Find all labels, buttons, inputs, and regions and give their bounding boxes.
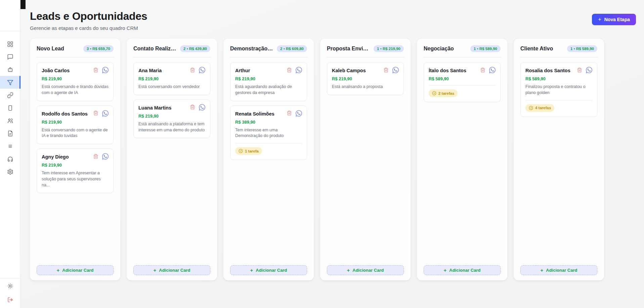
lead-name: Renata Solimões: [235, 111, 274, 117]
scrollbar-thumb[interactable]: [20, 0, 26, 9]
lead-value: R$ 219,90: [42, 120, 109, 125]
lead-card[interactable]: Rosalia dos Santos R$ 589,90 Finalizou p…: [520, 62, 597, 117]
whatsapp-button[interactable]: [489, 67, 496, 73]
lead-description: Está analisando a proposta: [332, 84, 399, 90]
sidebar-item-list[interactable]: [0, 140, 20, 152]
lead-card-actions: [93, 67, 109, 73]
chat-icon: [7, 54, 13, 60]
column-divider: [133, 57, 211, 57]
theme-toggle-button[interactable]: [7, 283, 13, 289]
lead-card[interactable]: João Carlos R$ 219,90 Está conversando e…: [37, 62, 114, 101]
trash-icon: [287, 111, 292, 116]
add-card-button[interactable]: + Adicionar Card: [230, 265, 307, 275]
delete-lead-button[interactable]: [93, 154, 98, 159]
new-stage-button[interactable]: + Nova Etapa: [592, 14, 636, 25]
add-card-label: Adicionar Card: [449, 268, 480, 273]
column-cards: Ítalo dos Santos R$ 589,90 2 tarefas: [424, 62, 501, 102]
column-title: Demonstração / T...: [230, 46, 274, 52]
sidebar-item-support[interactable]: [0, 152, 20, 165]
lead-card[interactable]: Ana Maria R$ 219,90 Está conversando com…: [133, 62, 210, 95]
delete-lead-button[interactable]: [480, 68, 485, 73]
bot-icon: [7, 67, 13, 73]
whatsapp-icon: [102, 110, 109, 117]
sidebar-item-documents[interactable]: [0, 127, 20, 140]
whatsapp-button[interactable]: [296, 110, 302, 117]
lead-card[interactable]: Luana Martins R$ 219,90 Está analisando …: [133, 99, 210, 138]
delete-lead-button[interactable]: [190, 104, 195, 110]
task-count-badge: 1 tarefa: [235, 147, 262, 155]
delete-lead-button[interactable]: [287, 68, 292, 73]
column-title: Novo Lead: [37, 46, 64, 52]
whatsapp-button[interactable]: [586, 67, 592, 73]
lead-card-top: Luana Martins: [138, 104, 205, 111]
document-icon: [7, 130, 13, 137]
logout-icon: [7, 297, 13, 303]
lead-description: Tem interesse em Apresentar a solução pa…: [42, 170, 109, 188]
delete-lead-button[interactable]: [93, 111, 98, 116]
add-card-label: Adicionar Card: [546, 268, 577, 273]
task-count-badge: 4 tarefas: [525, 104, 554, 112]
column-cards: João Carlos R$ 219,90 Está conversando e…: [37, 62, 114, 193]
sidebar-item-bot[interactable]: [0, 63, 20, 76]
column-header: Novo Lead 3 • R$ 659,70: [37, 39, 114, 52]
add-card-button[interactable]: + Adicionar Card: [133, 265, 210, 275]
delete-lead-button[interactable]: [190, 68, 195, 73]
lead-value: R$ 219,90: [42, 163, 109, 168]
delete-lead-button[interactable]: [577, 68, 582, 73]
task-count-label: 2 tarefas: [438, 91, 454, 95]
lead-card-actions: [190, 67, 205, 73]
logout-button[interactable]: [7, 297, 13, 303]
lead-card[interactable]: Ítalo dos Santos R$ 589,90 2 tarefas: [424, 62, 501, 102]
column-cards: Kaleb Campos R$ 219,90 Está analisando a…: [327, 62, 404, 95]
lead-card-top: Ana Maria: [138, 67, 205, 73]
lead-name: Ítalo dos Santos: [429, 68, 466, 73]
sidebar-item-dashboard[interactable]: [0, 38, 20, 50]
sidebar-item-crm-filter[interactable]: [0, 76, 20, 89]
sidebar-item-settings[interactable]: [0, 165, 20, 178]
task-count-label: 4 tarefas: [535, 106, 551, 110]
lead-card[interactable]: Arthur R$ 219,90 Está aguardando avaliaç…: [230, 62, 307, 101]
whatsapp-button[interactable]: [199, 67, 205, 73]
new-stage-label: Nova Etapa: [604, 17, 630, 22]
lead-name: João Carlos: [42, 68, 70, 73]
delete-lead-button[interactable]: [383, 68, 389, 73]
lead-name: Kaleb Campos: [332, 68, 366, 73]
link-icon: [7, 92, 13, 98]
dashboard-grid-icon: [7, 41, 13, 47]
lead-card-top: Kaleb Campos: [332, 67, 399, 73]
lead-card[interactable]: Agny Diego R$ 219,90 Tem interesse em Ap…: [37, 148, 114, 193]
whatsapp-button[interactable]: [102, 110, 109, 117]
sidebar-item-devices[interactable]: [0, 101, 20, 114]
sidebar-item-contacts[interactable]: [0, 114, 20, 127]
kanban-board: Novo Lead 3 • R$ 659,70 João Carlos R$ 2…: [30, 39, 636, 280]
add-card-button[interactable]: + Adicionar Card: [520, 265, 597, 275]
whatsapp-button[interactable]: [102, 67, 109, 73]
column-divider: [229, 57, 308, 57]
lead-value: R$ 219,90: [138, 76, 205, 81]
whatsapp-button[interactable]: [392, 67, 399, 73]
whatsapp-button[interactable]: [199, 104, 205, 111]
lead-description: Finalizou proposta e contratou o plano g…: [525, 84, 592, 96]
add-card-button[interactable]: + Adicionar Card: [327, 265, 404, 275]
lead-card[interactable]: Renata Solimões R$ 389,90 Tem interesse …: [230, 105, 307, 160]
lead-description: Está analisando a plataforma e tem inter…: [138, 121, 205, 133]
add-card-button[interactable]: + Adicionar Card: [37, 265, 114, 275]
lead-name: Luana Martins: [138, 105, 171, 111]
lead-value: R$ 589,90: [525, 76, 592, 81]
sidebar-item-links[interactable]: [0, 89, 20, 101]
whatsapp-button[interactable]: [102, 153, 109, 160]
column-count-badge: 1 • R$ 589,90: [567, 45, 597, 52]
lead-card[interactable]: Rodolfo dos Santos R$ 219,90 Está conver…: [37, 105, 114, 144]
whatsapp-icon: [199, 104, 205, 111]
users-icon: [7, 118, 13, 124]
delete-lead-button[interactable]: [287, 111, 292, 116]
lead-card[interactable]: Kaleb Campos R$ 219,90 Está analisando a…: [327, 62, 404, 95]
column-cards: Ana Maria R$ 219,90 Está conversando com…: [133, 62, 210, 138]
lead-card-top: Renata Solimões: [235, 110, 302, 117]
column-header: Demonstração / T... 2 • R$ 609,80: [230, 39, 307, 52]
add-card-button[interactable]: + Adicionar Card: [424, 265, 501, 275]
whatsapp-button[interactable]: [296, 67, 302, 73]
sidebar-item-chat[interactable]: [0, 50, 20, 63]
delete-lead-button[interactable]: [93, 68, 98, 73]
lead-name: Agny Diego: [42, 154, 69, 160]
